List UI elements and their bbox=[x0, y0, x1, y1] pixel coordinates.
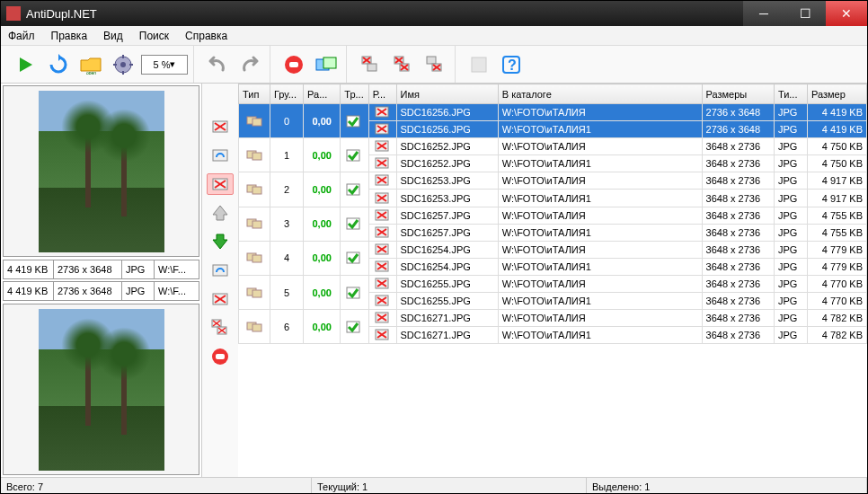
menu-file[interactable]: Файл bbox=[8, 30, 35, 42]
delete-icon[interactable] bbox=[368, 190, 396, 207]
col-path[interactable]: В каталоге bbox=[498, 84, 702, 104]
delete-icon[interactable] bbox=[368, 241, 396, 258]
delete-icon[interactable] bbox=[368, 310, 396, 327]
name-cell: SDC16252.JPG bbox=[396, 138, 498, 155]
stop-button[interactable] bbox=[279, 50, 308, 79]
delete-icon[interactable] bbox=[368, 293, 396, 310]
delete-second-button[interactable] bbox=[421, 50, 449, 79]
delete-icon[interactable] bbox=[368, 207, 396, 224]
close-button[interactable]: ✕ bbox=[826, 1, 867, 26]
col-dim[interactable]: Размеры bbox=[702, 84, 774, 104]
col-size[interactable]: Размер bbox=[807, 84, 866, 104]
action-column bbox=[202, 84, 238, 477]
images-button[interactable] bbox=[312, 50, 341, 79]
delete-icon[interactable] bbox=[368, 121, 396, 138]
name-cell: SDC16253.JPG bbox=[396, 190, 498, 207]
action-delete-both-mid[interactable] bbox=[207, 317, 234, 339]
ext-cell: JPG bbox=[774, 258, 807, 275]
open-folder-button[interactable]: open bbox=[76, 50, 105, 79]
type-icon bbox=[239, 104, 270, 138]
action-rotate-top[interactable] bbox=[207, 145, 234, 166]
delete-first-button[interactable] bbox=[356, 50, 385, 79]
group-cell: 6 bbox=[270, 310, 304, 344]
name-cell: SDC16254.JPG bbox=[396, 241, 498, 258]
col-type[interactable]: Тип bbox=[239, 84, 270, 104]
path-cell: W:\FOTO\иТАЛИЯ bbox=[498, 104, 702, 121]
table-row[interactable]: 20,00SDC16253.JPGW:\FOTO\иТАЛИЯ3648 x 27… bbox=[239, 172, 867, 190]
check-icon[interactable] bbox=[341, 310, 368, 344]
size-cell: 4 750 KB bbox=[807, 155, 866, 172]
play-button[interactable] bbox=[12, 50, 40, 79]
ext-cell: JPG bbox=[774, 293, 807, 310]
dim-cell: 3648 x 2736 bbox=[702, 190, 774, 207]
group-cell: 5 bbox=[270, 275, 304, 309]
undo-button[interactable] bbox=[203, 50, 232, 79]
delete-icon[interactable] bbox=[368, 224, 396, 241]
check-icon[interactable] bbox=[341, 172, 368, 207]
table-row[interactable]: 40,00SDC16254.JPGW:\FOTO\иТАЛИЯ3648 x 27… bbox=[239, 241, 867, 258]
diff-cell: 0,00 bbox=[304, 104, 341, 138]
preview-top[interactable] bbox=[3, 85, 199, 257]
preview-bottom-dim: 2736 x 3648 bbox=[54, 282, 122, 300]
check-icon[interactable] bbox=[341, 241, 368, 275]
type-icon bbox=[239, 241, 270, 275]
table-row[interactable]: 00,00SDC16256.JPGW:\FOTO\иТАЛИЯ2736 x 36… bbox=[239, 104, 867, 121]
check-icon[interactable] bbox=[341, 275, 368, 309]
type-icon bbox=[239, 275, 270, 309]
name-cell: SDC16256.JPG bbox=[396, 104, 498, 121]
settings-button[interactable] bbox=[109, 50, 137, 79]
minimize-button[interactable]: ─ bbox=[743, 1, 784, 26]
action-delete-bottom[interactable] bbox=[207, 288, 234, 310]
diff-cell: 0,00 bbox=[304, 241, 341, 275]
ext-cell: JPG bbox=[774, 104, 807, 121]
nav-up[interactable] bbox=[207, 202, 234, 224]
redo-button[interactable] bbox=[235, 50, 264, 79]
maximize-button[interactable]: ☐ bbox=[784, 1, 826, 26]
refresh-button[interactable] bbox=[44, 50, 73, 79]
delete-icon[interactable] bbox=[368, 327, 396, 344]
check-icon[interactable] bbox=[341, 207, 368, 241]
col-group[interactable]: Гру... bbox=[270, 84, 304, 104]
col-ext[interactable]: Ти... bbox=[774, 84, 807, 104]
col-r[interactable]: Р... bbox=[368, 84, 396, 104]
action-delete-top[interactable] bbox=[207, 116, 234, 137]
preview-bottom[interactable] bbox=[3, 304, 199, 475]
size-cell: 4 782 KB bbox=[807, 327, 866, 344]
table-row[interactable]: 10,00SDC16252.JPGW:\FOTO\иТАЛИЯ3648 x 27… bbox=[239, 138, 867, 155]
table-row[interactable]: 60,00SDC16271.JPGW:\FOTO\иТАЛИЯ3648 x 27… bbox=[239, 310, 867, 327]
size-cell: 4 779 KB bbox=[807, 258, 866, 275]
delete-icon[interactable] bbox=[368, 104, 396, 121]
ext-cell: JPG bbox=[774, 190, 807, 207]
action-rotate-bottom[interactable] bbox=[207, 260, 234, 281]
table-row[interactable]: 30,00SDC16257.JPGW:\FOTO\иТАЛИЯ3648 x 27… bbox=[239, 207, 867, 224]
zoom-dropdown[interactable]: 5 % ▾ bbox=[141, 55, 188, 75]
menu-view[interactable]: Вид bbox=[103, 30, 123, 42]
mistake-button[interactable] bbox=[465, 50, 493, 79]
delete-icon[interactable] bbox=[368, 138, 396, 155]
check-icon[interactable] bbox=[341, 104, 368, 138]
delete-both-button[interactable] bbox=[388, 50, 417, 79]
col-name[interactable]: Имя bbox=[396, 84, 498, 104]
delete-icon[interactable] bbox=[368, 155, 396, 172]
menu-edit[interactable]: Правка bbox=[51, 30, 88, 42]
delete-icon[interactable] bbox=[368, 258, 396, 275]
delete-icon[interactable] bbox=[368, 172, 396, 190]
col-diff[interactable]: Ра... bbox=[304, 84, 341, 104]
action-stop-mid[interactable] bbox=[207, 346, 234, 367]
check-icon[interactable] bbox=[341, 138, 368, 172]
col-tr[interactable]: Тр... bbox=[341, 84, 368, 104]
dim-cell: 3648 x 2736 bbox=[702, 275, 774, 292]
menu-search[interactable]: Поиск bbox=[139, 30, 169, 42]
preview-top-size: 4 419 KB bbox=[4, 260, 54, 278]
dim-cell: 3648 x 2736 bbox=[702, 172, 774, 190]
nav-down[interactable] bbox=[207, 231, 234, 252]
menu-help[interactable]: Справка bbox=[185, 30, 227, 42]
table-row[interactable]: 50,00SDC16255.JPGW:\FOTO\иТАЛИЯ3648 x 27… bbox=[239, 275, 867, 292]
help-button[interactable]: ? bbox=[497, 50, 526, 79]
results-table[interactable]: Тип Гру... Ра... Тр... Р... Имя В катало… bbox=[238, 84, 867, 477]
svg-text:open: open bbox=[86, 70, 96, 75]
action-delete-bottom-highlighted[interactable] bbox=[207, 173, 234, 195]
name-cell: SDC16254.JPG bbox=[396, 258, 498, 275]
delete-icon[interactable] bbox=[368, 275, 396, 292]
dim-cell: 3648 x 2736 bbox=[702, 224, 774, 241]
